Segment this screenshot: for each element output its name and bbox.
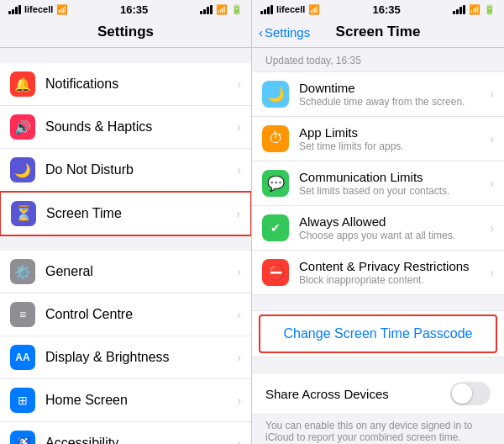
sidebar-item-display[interactable]: AA Display & Brightness › bbox=[0, 336, 251, 379]
signal-right-icon bbox=[200, 4, 213, 14]
accessibility-icon: ♿ bbox=[10, 431, 35, 444]
notifications-icon: 🔔 bbox=[10, 71, 35, 97]
content-privacy-text: Content & Privacy Restrictions Block ina… bbox=[299, 259, 490, 286]
left-time: 16:35 bbox=[120, 3, 148, 16]
app-limits-icon: ⏱ bbox=[262, 125, 289, 152]
app-limits-subtitle: Set time limits for apps. bbox=[299, 140, 490, 152]
always-allowed-title: Always Allowed bbox=[299, 214, 490, 229]
app-limits-item[interactable]: ⏱ App Limits Set time limits for apps. › bbox=[252, 117, 504, 161]
communication-title: Communication Limits bbox=[299, 170, 490, 184]
downtime-icon: 🌙 bbox=[262, 81, 289, 108]
right-battery-icon: 🔋 bbox=[484, 4, 496, 15]
chevron-icon: › bbox=[237, 163, 241, 177]
chevron-icon: › bbox=[237, 394, 241, 407]
right-signal-right-icon bbox=[453, 4, 465, 14]
right-time: 16:35 bbox=[373, 3, 401, 16]
screen-time-icon: ⏳ bbox=[11, 201, 36, 226]
left-status-bar: lifecell 📶 16:35 📶 🔋 bbox=[0, 0, 251, 18]
chevron-icon: › bbox=[490, 221, 494, 235]
right-wifi-icon: 📶 bbox=[308, 4, 320, 15]
screen-time-items-group: 🌙 Downtime Schedule time away from the s… bbox=[252, 71, 504, 295]
app-limits-title: App Limits bbox=[299, 125, 490, 140]
chevron-icon: › bbox=[237, 77, 241, 91]
control-label: Control Centre bbox=[45, 307, 234, 322]
general-label: General bbox=[45, 264, 234, 279]
left-status-right: 📶 🔋 bbox=[200, 4, 243, 15]
home-icon: ⊞ bbox=[10, 388, 35, 413]
communication-subtitle: Set limits based on your contacts. bbox=[299, 185, 490, 197]
downtime-item[interactable]: 🌙 Downtime Schedule time away from the s… bbox=[252, 72, 504, 117]
sidebar-item-sounds[interactable]: 🔊 Sounds & Haptics › bbox=[0, 106, 251, 149]
chevron-icon: › bbox=[237, 265, 241, 278]
right-wifi-right-icon: 📶 bbox=[469, 4, 480, 15]
notifications-label: Notifications bbox=[45, 77, 234, 92]
sidebar-item-notifications[interactable]: 🔔 Notifications › bbox=[0, 63, 251, 106]
right-status-right: 📶 🔋 bbox=[453, 4, 496, 15]
sidebar-item-general[interactable]: ⚙️ General › bbox=[0, 251, 251, 293]
settings-group-2: ⚙️ General › ≡ Control Centre › AA Displ… bbox=[0, 251, 251, 444]
settings-list: 🔔 Notifications › 🔊 Sounds & Haptics › 🌙… bbox=[0, 48, 251, 444]
communication-icon: 💬 bbox=[262, 170, 289, 197]
general-icon: ⚙️ bbox=[10, 259, 35, 284]
sidebar-item-control[interactable]: ≡ Control Centre › bbox=[0, 293, 251, 336]
right-content: Updated today, 16:35 🌙 Downtime Schedule… bbox=[252, 48, 504, 444]
change-passcode-group: Change Screen Time Passcode bbox=[252, 310, 504, 357]
chevron-icon: › bbox=[237, 308, 241, 321]
right-status-bar: lifecell 📶 16:35 📶 🔋 bbox=[252, 0, 504, 18]
sidebar-item-screen-time[interactable]: ⏳ Screen Time › bbox=[0, 191, 251, 236]
left-panel: lifecell 📶 16:35 📶 🔋 Settings 🔔 bbox=[0, 0, 252, 444]
right-nav-header: ‹ Settings Screen Time bbox=[252, 18, 504, 48]
share-row: Share Across Devices bbox=[252, 373, 504, 415]
left-title: Settings bbox=[0, 24, 251, 40]
right-signal-icon bbox=[260, 4, 273, 14]
back-button[interactable]: ‹ Settings bbox=[259, 25, 310, 40]
chevron-icon: › bbox=[490, 266, 494, 279]
display-icon: AA bbox=[10, 345, 35, 370]
chevron-icon: › bbox=[236, 207, 240, 220]
content-privacy-item[interactable]: ⛔ Content & Privacy Restrictions Block i… bbox=[252, 251, 504, 294]
content-privacy-title: Content & Privacy Restrictions bbox=[299, 259, 490, 273]
sidebar-item-dnd[interactable]: 🌙 Do Not Disturb › bbox=[0, 149, 251, 192]
sidebar-item-home[interactable]: ⊞ Home Screen › bbox=[0, 379, 251, 422]
right-carrier: lifecell 📶 bbox=[260, 4, 320, 15]
right-panel: lifecell 📶 16:35 📶 🔋 ‹ Settings Screen T… bbox=[252, 0, 504, 444]
control-icon: ≡ bbox=[10, 302, 35, 327]
change-passcode-label: Change Screen Time Passcode bbox=[283, 326, 472, 341]
screen-time-label: Screen Time bbox=[46, 206, 233, 221]
settings-group-1: 🔔 Notifications › 🔊 Sounds & Haptics › 🌙… bbox=[0, 63, 251, 236]
battery-icon: 🔋 bbox=[231, 4, 243, 15]
always-allowed-subtitle: Choose apps you want at all times. bbox=[299, 230, 490, 241]
chevron-icon: › bbox=[490, 87, 494, 101]
content-privacy-subtitle: Block inappropriate content. bbox=[299, 274, 490, 286]
wifi-right-icon: 📶 bbox=[216, 4, 228, 15]
always-allowed-item[interactable]: ✔ Always Allowed Choose apps you want at… bbox=[252, 206, 504, 251]
chevron-icon: › bbox=[490, 132, 494, 145]
dnd-label: Do Not Disturb bbox=[45, 162, 234, 177]
right-title: Screen Time bbox=[336, 24, 421, 40]
chevron-icon: › bbox=[490, 177, 494, 190]
downtime-text: Downtime Schedule time away from the scr… bbox=[299, 81, 490, 108]
toggle-knob bbox=[452, 383, 472, 404]
change-passcode-button[interactable]: Change Screen Time Passcode bbox=[259, 314, 497, 353]
content-privacy-icon: ⛔ bbox=[262, 259, 289, 286]
left-nav-header: Settings bbox=[0, 18, 251, 48]
left-carrier: lifecell 📶 bbox=[8, 4, 68, 15]
share-info: You can enable this on any device signed… bbox=[252, 415, 504, 444]
dnd-icon: 🌙 bbox=[10, 157, 35, 182]
accessibility-label: Accessibility bbox=[45, 436, 234, 444]
chevron-icon: › bbox=[237, 436, 241, 444]
signal-icon bbox=[8, 4, 21, 14]
back-chevron-icon: ‹ bbox=[259, 25, 263, 40]
communication-item[interactable]: 💬 Communication Limits Set limits based … bbox=[252, 161, 504, 206]
share-toggle[interactable] bbox=[450, 382, 491, 405]
sidebar-item-accessibility[interactable]: ♿ Accessibility › bbox=[0, 422, 251, 444]
display-label: Display & Brightness bbox=[45, 350, 234, 365]
downtime-subtitle: Schedule time away from the screen. bbox=[299, 96, 490, 108]
chevron-icon: › bbox=[237, 351, 241, 364]
share-label: Share Across Devices bbox=[265, 387, 450, 401]
app-limits-text: App Limits Set time limits for apps. bbox=[299, 125, 490, 152]
update-label: Updated today, 16:35 bbox=[252, 48, 504, 71]
always-allowed-icon: ✔ bbox=[262, 214, 289, 241]
sounds-label: Sounds & Haptics bbox=[45, 119, 234, 135]
always-allowed-text: Always Allowed Choose apps you want at a… bbox=[299, 214, 490, 241]
